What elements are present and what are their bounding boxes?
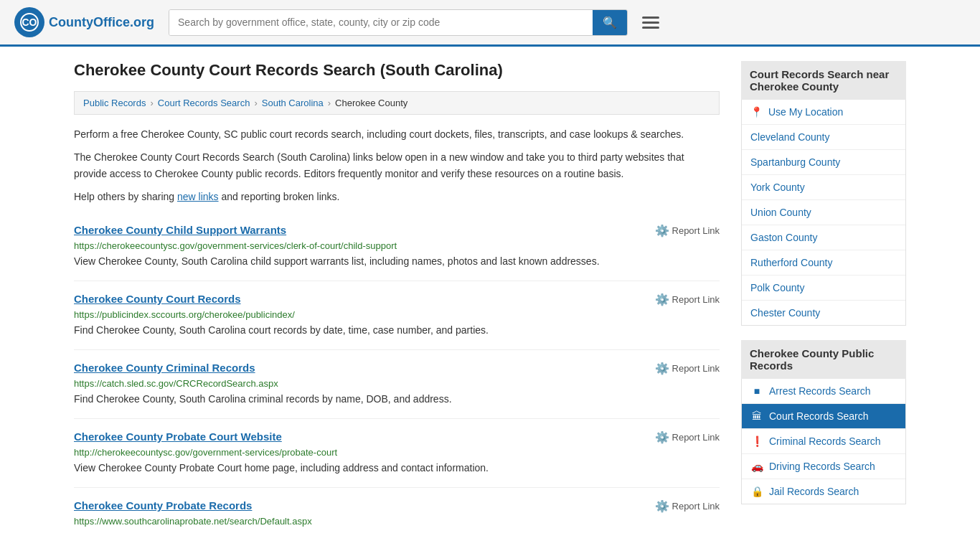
- nav-jail-records: 🔒 Jail Records Search: [742, 479, 905, 504]
- nav-arrest-records: ■ Arrest Records Search: [742, 379, 905, 404]
- search-input[interactable]: [169, 10, 593, 35]
- breadcrumb-public-records[interactable]: Public Records: [83, 98, 146, 108]
- record-header: Cherokee County Court Records ⚙️ Report …: [74, 293, 720, 306]
- criminal-icon: ❗: [750, 435, 763, 447]
- driving-records-link[interactable]: 🚗 Driving Records Search: [742, 454, 905, 479]
- jail-records-link[interactable]: 🔒 Jail Records Search: [742, 479, 905, 504]
- breadcrumb-south-carolina[interactable]: South Carolina: [262, 98, 324, 108]
- jail-icon: 🔒: [750, 486, 763, 497]
- list-item: Polk County: [742, 276, 905, 301]
- record-title-link[interactable]: Cherokee County Probate Court Website: [74, 430, 282, 443]
- logo[interactable]: CO CountyOffice.org: [14, 7, 154, 37]
- report-icon: ⚙️: [655, 293, 669, 306]
- chester-county-link[interactable]: Chester County: [742, 301, 905, 325]
- breadcrumb-current: Cherokee County: [335, 98, 407, 108]
- driving-icon: 🚗: [750, 461, 763, 472]
- list-item: Chester County: [742, 301, 905, 325]
- nav-criminal-records: ❗ Criminal Records Search: [742, 429, 905, 454]
- record-header: Cherokee County Probate Court Website ⚙️…: [74, 430, 720, 444]
- main-container: Cherokee County Court Records Search (So…: [60, 47, 920, 551]
- description-2: The Cherokee County Court Records Search…: [74, 149, 720, 182]
- list-item: Rutherford County: [742, 250, 905, 276]
- search-bar: 🔍: [169, 9, 628, 36]
- record-url: http://cherokeecountysc.gov/government-s…: [74, 447, 720, 458]
- spartanburg-county-link[interactable]: Spartanburg County: [742, 150, 905, 174]
- location-icon: 📍: [750, 106, 763, 118]
- record-entry: Cherokee County Probate Court Website ⚙️…: [74, 419, 720, 488]
- list-item: York County: [742, 175, 905, 200]
- arrest-icon: ■: [750, 385, 763, 397]
- union-county-link[interactable]: Union County: [742, 200, 905, 225]
- menu-button[interactable]: [642, 17, 659, 29]
- list-item: Spartanburg County: [742, 150, 905, 175]
- logo-text: CountyOffice.org: [49, 15, 154, 30]
- rutherford-county-link[interactable]: Rutherford County: [742, 250, 905, 275]
- record-entry: Cherokee County Child Support Warrants ⚙…: [74, 212, 720, 281]
- record-url: https://cherokeecountysc.gov/government-…: [74, 240, 720, 251]
- record-header: Cherokee County Child Support Warrants ⚙…: [74, 224, 720, 237]
- polk-county-link[interactable]: Polk County: [742, 276, 905, 300]
- list-item: Union County: [742, 200, 905, 225]
- court-records-link[interactable]: 🏛 Court Records Search: [742, 404, 905, 428]
- breadcrumb-sep-3: ›: [328, 98, 331, 108]
- criminal-records-link[interactable]: ❗ Criminal Records Search: [742, 429, 905, 453]
- record-entry: Cherokee County Criminal Records ⚙️ Repo…: [74, 350, 720, 419]
- record-title-link[interactable]: Cherokee County Probate Records: [74, 499, 252, 512]
- court-records-label: Court Records Search: [769, 410, 869, 422]
- new-links-link[interactable]: new links: [177, 191, 219, 202]
- page-title: Cherokee County Court Records Search (So…: [74, 61, 720, 80]
- report-link[interactable]: ⚙️ Report Link: [655, 362, 720, 375]
- logo-icon: CO: [14, 7, 44, 37]
- record-url: https://catch.sled.sc.gov/CRCRecordSearc…: [74, 378, 720, 389]
- report-icon: ⚙️: [655, 430, 669, 444]
- criminal-records-label: Criminal Records Search: [769, 435, 881, 447]
- record-entry: Cherokee County Probate Records ⚙️ Repor…: [74, 488, 720, 541]
- records-container: Cherokee County Child Support Warrants ⚙…: [74, 212, 720, 541]
- record-title-link[interactable]: Cherokee County Criminal Records: [74, 362, 255, 374]
- record-entry: Cherokee County Court Records ⚙️ Report …: [74, 281, 720, 350]
- breadcrumb-sep-2: ›: [254, 98, 257, 108]
- court-icon: 🏛: [750, 410, 763, 422]
- report-icon: ⚙️: [655, 499, 669, 513]
- breadcrumb-sep-1: ›: [150, 98, 153, 108]
- search-button[interactable]: 🔍: [593, 10, 627, 35]
- list-item: Cleveland County: [742, 125, 905, 150]
- public-records-title: Cherokee County Public Records: [741, 340, 906, 379]
- list-item: Gaston County: [742, 225, 905, 250]
- record-title-link[interactable]: Cherokee County Child Support Warrants: [74, 224, 286, 236]
- arrest-records-label: Arrest Records Search: [769, 385, 871, 397]
- record-url: https://www.southcarolinaprobate.net/sea…: [74, 516, 720, 527]
- nearby-title: Court Records Search near Cherokee Count…: [741, 61, 906, 100]
- nearby-counties-list: 📍 Use My Location Cleveland County Spart…: [741, 100, 906, 326]
- york-county-link[interactable]: York County: [742, 175, 905, 199]
- breadcrumb-court-records-search[interactable]: Court Records Search: [158, 98, 250, 108]
- breadcrumb: Public Records › Court Records Search › …: [74, 91, 720, 115]
- record-url: https://publicindex.sccourts.org/cheroke…: [74, 309, 720, 320]
- record-desc: View Cherokee County, South Carolina chi…: [74, 254, 720, 269]
- description-1: Perform a free Cherokee County, SC publi…: [74, 126, 720, 142]
- report-link[interactable]: ⚙️ Report Link: [655, 224, 720, 237]
- jail-records-label: Jail Records Search: [769, 486, 859, 497]
- record-desc: View Cherokee County Probate Court home …: [74, 461, 720, 476]
- nav-driving-records: 🚗 Driving Records Search: [742, 454, 905, 479]
- cleveland-county-link[interactable]: Cleveland County: [742, 125, 905, 149]
- use-my-location-item: 📍 Use My Location: [742, 100, 905, 125]
- record-desc: Find Cherokee County, South Carolina cri…: [74, 392, 720, 407]
- record-title-link[interactable]: Cherokee County Court Records: [74, 293, 241, 305]
- arrest-records-link[interactable]: ■ Arrest Records Search: [742, 379, 905, 403]
- description-3: Help others by sharing new links and rep…: [74, 189, 720, 204]
- report-icon: ⚙️: [655, 224, 669, 237]
- record-header: Cherokee County Criminal Records ⚙️ Repo…: [74, 362, 720, 375]
- report-icon: ⚙️: [655, 362, 669, 375]
- report-link[interactable]: ⚙️ Report Link: [655, 499, 720, 513]
- content-area: Cherokee County Court Records Search (So…: [74, 61, 720, 541]
- search-icon: 🔍: [603, 17, 617, 29]
- report-link[interactable]: ⚙️ Report Link: [655, 293, 720, 306]
- record-header: Cherokee County Probate Records ⚙️ Repor…: [74, 499, 720, 513]
- report-link[interactable]: ⚙️ Report Link: [655, 430, 720, 444]
- gaston-county-link[interactable]: Gaston County: [742, 225, 905, 250]
- record-desc: Find Cherokee County, South Carolina cou…: [74, 323, 720, 338]
- nav-court-records: 🏛 Court Records Search: [742, 404, 905, 429]
- header: CO CountyOffice.org 🔍: [0, 0, 980, 47]
- use-my-location-link[interactable]: 📍 Use My Location: [742, 100, 905, 124]
